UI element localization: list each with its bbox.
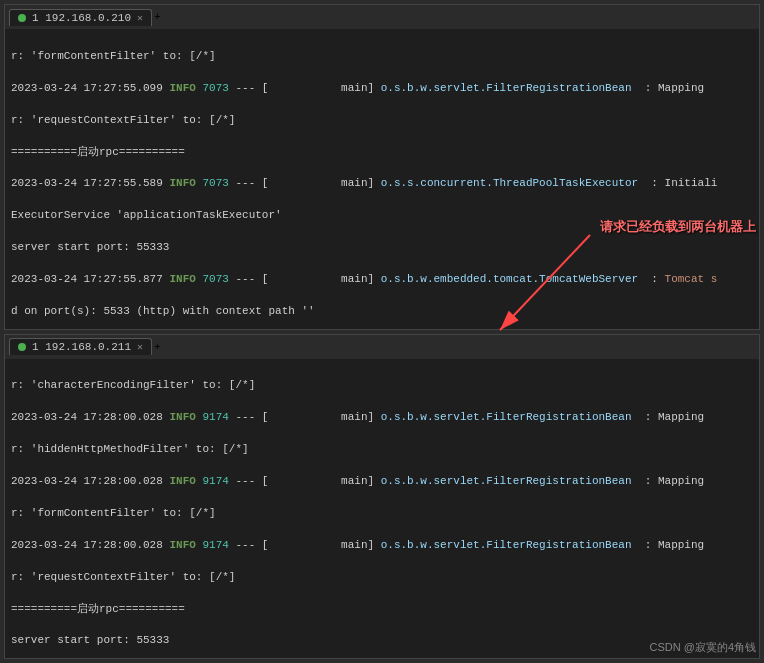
log-line: r: 'formContentFilter' to: [/*] [11, 49, 753, 65]
add-tab-bottom[interactable]: + [154, 341, 161, 353]
tab-bar-top: 1 192.168.0.210 ✕ + [5, 5, 759, 29]
log-line: d on port(s): 5533 (http) with context p… [11, 304, 753, 320]
log-line: r: 'formContentFilter' to: [/*] [11, 506, 753, 522]
log-line: 2023-03-24 17:27:55.877 INFO 7073 --- [ … [11, 272, 753, 288]
tab-bottom[interactable]: 1 192.168.0.211 ✕ [9, 338, 152, 355]
status-dot-top [18, 14, 26, 22]
log-line: r: 'requestContextFilter' to: [/*] [11, 570, 753, 586]
tab-top[interactable]: 1 192.168.0.210 ✕ [9, 9, 152, 26]
log-line: r: 'characterEncodingFilter' to: [/*] [11, 378, 753, 394]
log-line: ==========启动rpc========== [11, 145, 753, 161]
terminal-content-top: r: 'formContentFilter' to: [/*] 2023-03-… [5, 29, 759, 329]
log-line: r: 'requestContextFilter' to: [/*] [11, 113, 753, 129]
log-line: 2023-03-24 17:28:00.028 INFO 9174 --- [ … [11, 474, 753, 490]
log-line: 2023-03-24 17:28:00.028 INFO 9174 --- [ … [11, 410, 753, 426]
add-tab-top[interactable]: + [154, 11, 161, 23]
main-container: 1 192.168.0.210 ✕ + r: 'formContentFilte… [0, 0, 764, 663]
log-line: 2023-03-24 17:28:00.028 INFO 9174 --- [ … [11, 538, 753, 554]
log-line: 2023-03-24 17:27:55.099 INFO 7073 --- [ … [11, 81, 753, 97]
close-tab-bottom[interactable]: ✕ [137, 341, 143, 353]
log-line: ==========启动rpc========== [11, 602, 753, 618]
log-line: r: 'hiddenHttpMethodFilter' to: [/*] [11, 442, 753, 458]
close-tab-top[interactable]: ✕ [137, 12, 143, 24]
log-line: server start port: 55333 [11, 633, 753, 649]
terminal-content-bottom: r: 'characterEncodingFilter' to: [/*] 20… [5, 359, 759, 659]
log-line: 2023-03-24 17:27:55.589 INFO 7073 --- [ … [11, 176, 753, 192]
terminal-panel-bottom: 1 192.168.0.211 ✕ + r: 'characterEncodin… [4, 334, 760, 660]
log-line: server start port: 55333 [11, 240, 753, 256]
tab-label-bottom: 1 192.168.0.211 [32, 341, 131, 353]
terminal-panel-top: 1 192.168.0.210 ✕ + r: 'formContentFilte… [4, 4, 760, 330]
status-dot-bottom [18, 343, 26, 351]
tab-label-top: 1 192.168.0.210 [32, 12, 131, 24]
log-line: ExecutorService 'applicationTaskExecutor… [11, 208, 753, 224]
tab-bar-bottom: 1 192.168.0.211 ✕ + [5, 335, 759, 359]
